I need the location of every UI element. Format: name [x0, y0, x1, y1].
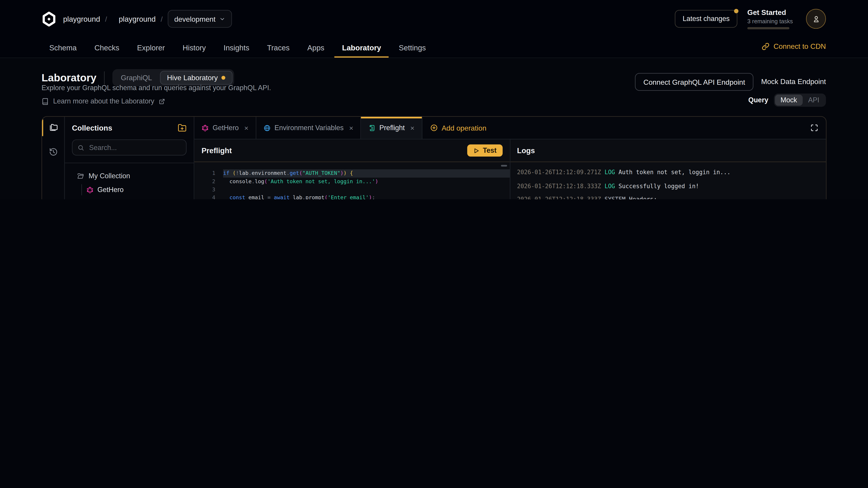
nav-item-checks[interactable]: Checks	[87, 39, 127, 57]
code-editor[interactable]: 1if (!lab.environment.get("AUTH_TOKEN"))…	[194, 162, 510, 199]
log-entry: 2026-01-26T12:12:09.271Z LOG Auth token …	[517, 167, 826, 178]
folders-icon	[49, 123, 58, 132]
user-avatar[interactable]	[806, 9, 826, 29]
collections-rail-button[interactable]	[49, 123, 58, 132]
query-mode-mock[interactable]: Mock	[775, 95, 802, 106]
hive-logo-icon[interactable]	[41, 11, 57, 26]
history-rail-button[interactable]	[49, 147, 58, 157]
breadcrumb-project[interactable]: playground	[119, 15, 156, 23]
page-description: Explore your GraphQL schema and run quer…	[41, 84, 271, 92]
tab-label: GetHero	[213, 124, 239, 132]
line-number: 1	[194, 169, 223, 177]
latest-changes-button[interactable]: Latest changes	[675, 10, 737, 28]
breadcrumb-org[interactable]: playground	[63, 15, 100, 23]
logs-title: Logs	[517, 147, 535, 155]
fullscreen-icon	[810, 124, 818, 132]
plus-circle-icon	[430, 124, 438, 132]
code-line[interactable]: 1if (!lab.environment.get("AUTH_TOKEN"))…	[194, 169, 510, 177]
tab-label: Environment Variables	[274, 124, 344, 132]
test-button[interactable]: Test	[467, 144, 502, 157]
top-header: playground / playground / development La…	[0, 0, 868, 58]
log-entry: 2026-01-26T12:12:18.333Z LOG Successfull…	[517, 181, 826, 192]
nav-item-schema[interactable]: Schema	[41, 39, 85, 57]
connect-cdn-link[interactable]: Connect to CDN	[762, 42, 826, 51]
code-line[interactable]: 3	[194, 186, 510, 194]
script-icon	[368, 124, 375, 131]
query-mode-api[interactable]: API	[803, 95, 825, 106]
learn-more-link[interactable]: Learn more about the Laboratory	[41, 97, 165, 105]
nav-item-insights[interactable]: Insights	[216, 39, 257, 57]
breadcrumb-separator: /	[105, 15, 107, 23]
collections-panel: Collections My Collection	[65, 117, 194, 199]
page-title: Laboratory	[41, 72, 96, 84]
close-icon[interactable]: ×	[244, 124, 249, 132]
tree-guide-line	[81, 184, 82, 195]
get-started-title: Get Started	[747, 8, 796, 17]
new-collection-button[interactable]	[178, 123, 186, 132]
notification-dot	[734, 9, 739, 13]
target-selector-value: development	[174, 15, 215, 23]
primary-nav: SchemaChecksExplorerHistoryInsightsTrace…	[41, 39, 434, 57]
nav-item-explorer[interactable]: Explorer	[129, 39, 173, 57]
nav-item-history[interactable]: History	[175, 39, 213, 57]
toggle-hive-laboratory-label: Hive Laboratory	[167, 74, 218, 82]
graphql-icon	[202, 124, 209, 131]
connect-cdn-label: Connect to CDN	[774, 42, 826, 51]
line-number: 3	[194, 186, 223, 194]
target-selector-dropdown[interactable]: development	[168, 10, 232, 28]
folder-plus-icon	[178, 123, 186, 132]
collections-title: Collections	[72, 124, 112, 132]
laboratory-panel: Collections My Collection	[41, 116, 827, 199]
get-started-widget[interactable]: Get Started 3 remaining tasks	[747, 8, 796, 29]
close-icon[interactable]: ×	[349, 124, 353, 132]
latest-changes-label: Latest changes	[683, 15, 730, 23]
log-entry: 2026-01-26T12:12:18.333Z SYSTEM Headers:	[517, 194, 826, 199]
code-line[interactable]: 4 const email = await lab.prompt('Enter …	[194, 194, 510, 199]
nav-item-settings[interactable]: Settings	[391, 39, 434, 57]
toggle-graphiql[interactable]: GraphiQL	[114, 71, 159, 84]
history-icon	[49, 147, 58, 157]
tab-environment-variables[interactable]: Environment Variables×	[256, 117, 361, 139]
nav-item-laboratory[interactable]: Laboratory	[334, 39, 389, 57]
tab-label: Preflight	[379, 124, 405, 132]
ui-mode-toggle: GraphiQL Hive Laboratory	[113, 69, 235, 86]
nav-item-traces[interactable]: Traces	[259, 39, 297, 57]
connect-endpoint-label: Connect GraphQL API Endpoint	[643, 78, 745, 86]
link-icon	[762, 42, 770, 50]
code-line[interactable]: 2 console.log('Auth token not set, loggi…	[194, 177, 510, 186]
add-operation-button[interactable]: Add operation	[422, 117, 494, 139]
test-button-label: Test	[483, 147, 497, 154]
learn-more-label: Learn more about the Laboratory	[53, 97, 154, 105]
collection-folder[interactable]: My Collection	[70, 170, 188, 182]
tab-gethero[interactable]: GetHero×	[194, 117, 256, 139]
query-label: Query	[748, 96, 769, 104]
graphql-icon	[86, 186, 94, 193]
person-icon	[812, 15, 820, 23]
divider	[104, 71, 105, 85]
get-started-subtitle: 3 remaining tasks	[747, 18, 796, 24]
connect-endpoint-button[interactable]: Connect GraphQL API Endpoint	[635, 73, 753, 91]
chevron-down-icon	[219, 16, 225, 22]
active-rail-indicator	[42, 120, 43, 136]
query-mode-row: Query Mock API	[748, 94, 826, 107]
book-icon	[41, 98, 49, 105]
tab-preflight[interactable]: Preflight×	[361, 117, 422, 139]
query-mode-toggle: Mock API	[774, 94, 826, 107]
collection-folder-label: My Collection	[89, 172, 130, 180]
toggle-hive-laboratory[interactable]: Hive Laboratory	[160, 71, 233, 85]
nav-item-apps[interactable]: Apps	[300, 39, 332, 57]
close-icon[interactable]: ×	[410, 124, 414, 132]
search-input[interactable]	[88, 143, 181, 152]
breadcrumb-separator: /	[161, 15, 163, 23]
operation-tabbar: GetHero×Environment Variables×Preflight×…	[194, 117, 826, 139]
logs-output: 2026-01-26T12:12:09.271Z LOG Auth token …	[510, 162, 826, 199]
mock-endpoint-button[interactable]: Mock Data Endpoint	[761, 77, 826, 86]
play-icon	[473, 148, 479, 154]
editor-title: Preflight	[202, 147, 232, 155]
collections-search	[72, 139, 186, 156]
mock-endpoint-label: Mock Data Endpoint	[761, 77, 826, 86]
fullscreen-button[interactable]	[803, 117, 826, 139]
collection-operation-gethero[interactable]: GetHero	[70, 184, 188, 195]
collections-tree: My Collection GetHero	[65, 163, 194, 199]
editor-scrollbar-thumb[interactable]	[501, 165, 507, 166]
